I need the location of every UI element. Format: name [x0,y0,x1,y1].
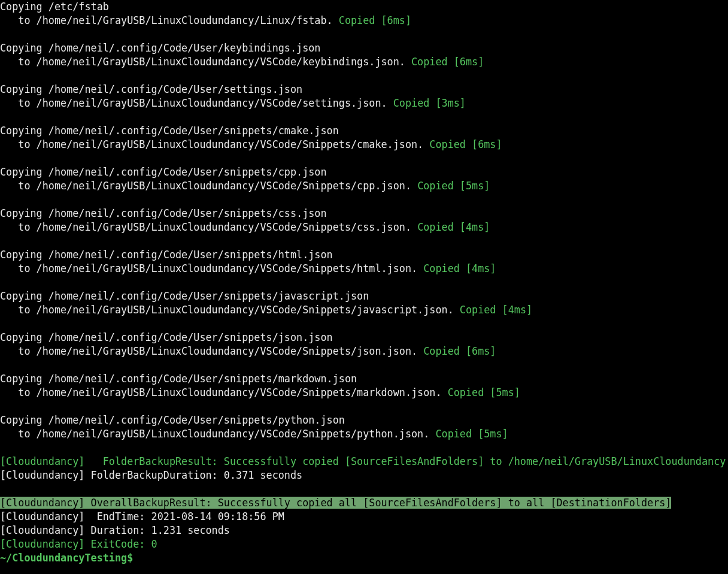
copy-dst-line: to /home/neil/GrayUSB/LinuxCloudundancy/… [0,386,448,398]
terminal-output[interactable]: Copying /etc/fstab to /home/neil/GrayUSB… [0,0,728,565]
folder-backup-duration: [Cloudundancy] FolderBackupDuration: 0.3… [0,469,302,481]
folder-backup-result: [Cloudundancy] FolderBackupResult: Succe… [0,455,726,467]
copied-status: Copied [5ms] [435,428,508,440]
copy-src-line: Copying /home/neil/.config/Code/User/sni… [0,331,333,343]
copied-status: Copied [4ms] [423,262,496,274]
copied-status: Copied [4ms] [417,221,490,233]
copy-dst-line: to /home/neil/GrayUSB/LinuxCloudundancy/… [0,262,423,274]
copy-src-line: Copying /home/neil/.config/Code/User/sni… [0,125,339,137]
copy-src-line: Copying /etc/fstab [0,1,109,13]
copy-src-line: Copying /home/neil/.config/Code/User/sni… [0,249,333,261]
copy-dst-line: to /home/neil/GrayUSB/LinuxCloudundancy/… [0,428,435,440]
copy-dst-line: to /home/neil/GrayUSB/LinuxCloudundancy/… [0,180,417,192]
copied-status: Copied [6ms] [411,56,484,68]
end-time: [Cloudundancy] EndTime: 2021-08-14 09:18… [0,510,284,522]
copy-src-line: Copying /home/neil/.config/Code/User/sni… [0,207,327,219]
copy-src-line: Copying /home/neil/.config/Code/User/set… [0,83,302,95]
exit-code: [Cloudundancy] ExitCode: 0 [0,538,157,550]
copy-dst-line: to /home/neil/GrayUSB/LinuxCloudundancy/… [0,304,460,316]
copy-src-line: Copying /home/neil/.config/Code/User/sni… [0,290,369,302]
copied-status: Copied [6ms] [429,138,502,150]
copied-status: Copied [6ms] [339,14,411,26]
copy-dst-line: to /home/neil/GrayUSB/LinuxCloudundancy/… [0,138,429,150]
copy-dst-line: to /home/neil/GrayUSB/LinuxCloudundancy/… [0,221,417,233]
copy-dst-line: to /home/neil/GrayUSB/LinuxCloudundancy/… [0,345,423,357]
copy-src-line: Copying /home/neil/.config/Code/User/sni… [0,414,345,426]
copied-status: Copied [5ms] [417,180,490,192]
copy-dst-line: to /home/neil/GrayUSB/LinuxCloudundancy/… [0,97,393,109]
copied-status: Copied [5ms] [448,386,520,398]
copied-status: Copied [6ms] [423,345,496,357]
duration: [Cloudundancy] Duration: 1.231 seconds [0,524,230,536]
copy-src-line: Copying /home/neil/.config/Code/User/sni… [0,373,357,385]
copy-src-line: Copying /home/neil/.config/Code/User/sni… [0,166,327,178]
copied-status: Copied [3ms] [393,97,466,109]
copy-dst-line: to /home/neil/GrayUSB/LinuxCloudundancy/… [0,56,411,68]
overall-backup-result: [Cloudundancy] OverallBackupResult: Succ… [0,497,671,509]
shell-prompt[interactable]: ~/CloudundancyTesting$ [0,552,133,564]
copied-status: Copied [4ms] [460,304,532,316]
copy-dst-line: to /home/neil/GrayUSB/LinuxCloudundancy/… [0,14,339,26]
copy-src-line: Copying /home/neil/.config/Code/User/key… [0,42,320,54]
